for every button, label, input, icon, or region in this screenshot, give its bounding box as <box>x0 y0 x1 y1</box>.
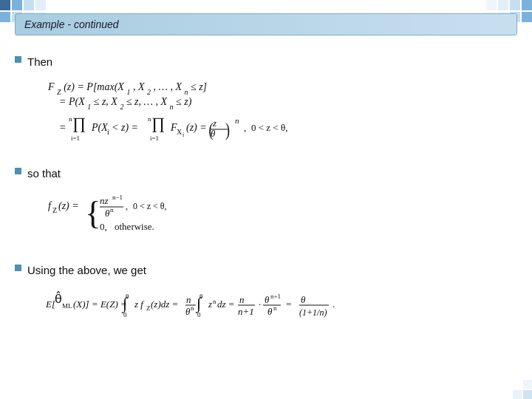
formula-then: F Z (z) = P[max(X 1 , X 2 , … , X n ≤ z]… <box>44 75 517 152</box>
bullet-so-that: so that <box>15 166 517 181</box>
svg-text:z f: z f <box>134 299 145 310</box>
svg-text:·: · <box>259 299 261 310</box>
svg-text:): ) <box>225 119 230 140</box>
bullet-square-then <box>15 56 21 63</box>
svg-text:n: n <box>191 304 194 312</box>
svg-text:θ̂: θ̂ <box>55 291 62 305</box>
bullet-label-using-above: Using the above, we get <box>27 262 146 278</box>
section-then: Then F Z (z) = P[max(X 1 , X 2 , … , X n… <box>15 54 517 152</box>
svg-text:Z: Z <box>52 206 57 214</box>
svg-text:n: n <box>186 294 191 305</box>
svg-text:(1+1/n): (1+1/n) <box>299 307 327 318</box>
formula-so-that: f Z (z) = { nz n−1 θ n , 0 < z < θ, 0, o… <box>44 187 517 249</box>
svg-text:.: . <box>332 299 335 310</box>
svg-text:n+1: n+1 <box>238 306 254 317</box>
svg-text:0 < z < θ,: 0 < z < θ, <box>251 122 287 133</box>
bullet-then: Then <box>15 54 517 69</box>
svg-text:θ: θ <box>301 294 306 305</box>
svg-text:X: X <box>177 128 183 136</box>
svg-text:i: i <box>183 132 185 138</box>
svg-text:nz: nz <box>100 195 109 206</box>
svg-text:ML: ML <box>62 302 72 310</box>
svg-text:∏: ∏ <box>72 114 86 132</box>
svg-text:F
          Z
          (z) = : F Z (z) = P[max(X 1 , X 2 , … , X n ≤ z] <box>47 81 207 96</box>
svg-text:(: ( <box>209 119 214 140</box>
svg-text:,: , <box>244 122 246 133</box>
svg-text:0 < z < θ,: 0 < z < θ, <box>133 201 167 211</box>
svg-text:(z) =: (z) = <box>58 200 79 212</box>
bullet-using-above: Using the above, we get <box>15 262 517 278</box>
bullet-label-so-that: so that <box>27 166 61 181</box>
svg-text:∏: ∏ <box>151 114 165 132</box>
svg-text:< z) =: < z) = <box>112 122 138 134</box>
bullet-square-so-that <box>15 168 21 174</box>
svg-text:dz =: dz = <box>217 299 235 310</box>
svg-text:{: { <box>85 194 101 231</box>
bullet-label-then: Then <box>27 54 52 69</box>
svg-text:i=1: i=1 <box>150 134 159 142</box>
svg-text:= P(X
          1
           ≤: = P(X 1 ≤ z, X 2 ≤ z, … , X n ≤ z) <box>59 96 192 111</box>
svg-text:otherwise.: otherwise. <box>115 221 154 232</box>
svg-text:i=1: i=1 <box>71 134 80 142</box>
svg-text:0,: 0, <box>100 221 107 232</box>
svg-text:n: n <box>110 206 114 214</box>
svg-text:(z)dz =: (z)dz = <box>151 299 178 310</box>
svg-text:n: n <box>239 294 245 305</box>
svg-text:n: n <box>69 115 72 123</box>
svg-text:=: = <box>59 122 66 133</box>
main-content: Then F Z (z) = P[max(X 1 , X 2 , … , X n… <box>15 41 517 384</box>
svg-text:Z: Z <box>146 304 151 312</box>
section-so-that: so that f Z (z) = { nz n−1 θ n , 0 < z <… <box>15 166 517 249</box>
svg-text:z: z <box>208 299 212 310</box>
formula-so-that-svg: f Z (z) = { nz n−1 θ n , 0 < z < θ, 0, o… <box>44 187 340 246</box>
formula-using-above-svg: E[ θ̂ ML (X)] = E(Z) = θ 0 ∫ z f Z (z)dz… <box>44 284 502 328</box>
decor-bottom-right <box>458 355 532 399</box>
svg-text:(X)] = E(Z) =: (X)] = E(Z) = <box>73 299 127 310</box>
svg-text:θ: θ <box>265 294 270 305</box>
section-using-above: Using the above, we get E[ θ̂ ML (X)] = … <box>15 262 517 331</box>
title-text: Example - continued <box>24 18 119 30</box>
svg-text:P(X: P(X <box>91 122 108 134</box>
svg-text:n−1: n−1 <box>112 194 123 201</box>
svg-text:n: n <box>213 298 216 305</box>
svg-text:θ: θ <box>185 306 191 317</box>
svg-text:n: n <box>235 116 239 125</box>
svg-text:=: = <box>286 299 291 310</box>
svg-text:n+1: n+1 <box>270 293 281 300</box>
svg-text:,: , <box>126 201 128 211</box>
title-bar: Example - continued <box>15 13 517 35</box>
formula-then-svg: F Z (z) = P[max(X 1 , X 2 , … , X n ≤ z]… <box>44 75 458 149</box>
svg-text:(z) =: (z) = <box>186 122 207 134</box>
svg-text:n: n <box>273 304 277 312</box>
svg-text:θ: θ <box>105 208 110 219</box>
svg-text:i: i <box>107 128 109 136</box>
formula-using-above: E[ θ̂ ML (X)] = E(Z) = θ 0 ∫ z f Z (z)dz… <box>44 284 517 331</box>
svg-text:θ: θ <box>267 306 273 317</box>
bullet-square-using-above <box>15 265 21 271</box>
svg-text:n: n <box>148 115 151 123</box>
